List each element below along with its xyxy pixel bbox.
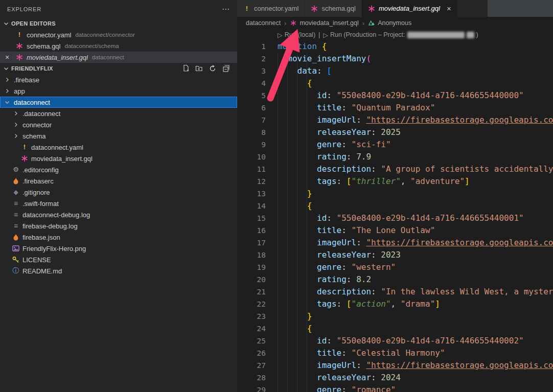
tab[interactable]: moviedata_insert.gql× [362, 0, 457, 17]
code-line[interactable]: movie_insertMany( [278, 53, 553, 65]
line-number: 13 [237, 188, 266, 200]
breadcrumbs: dataconnect › moviedata_insert.gql › Ano… [237, 17, 553, 29]
info-icon: ⓘ [12, 267, 20, 275]
code-line[interactable]: tags: ["action", "drama"] [278, 298, 553, 310]
tree-file[interactable]: ⓘREADME.md [0, 265, 237, 276]
line-number: 27 [237, 359, 266, 372]
tree-file[interactable]: ⚙.editorconfig [0, 164, 237, 175]
code-line[interactable]: data: [ [278, 65, 553, 77]
code-line[interactable]: title: "Quantum Paradox" [278, 102, 553, 114]
tab[interactable]: schema.gql [305, 0, 361, 17]
workspace-section-header[interactable]: FRIENDLYFLIX [0, 63, 237, 74]
code-line[interactable]: rating: 7.9 [278, 151, 553, 163]
tree-file[interactable]: .firebaserc [0, 175, 237, 187]
tree-file[interactable]: moviedata_insert.gql [0, 153, 237, 164]
code-line[interactable]: { [278, 200, 553, 212]
open-editors-section-header[interactable]: OPEN EDITORS [0, 18, 237, 29]
breadcrumb-separator: › [362, 19, 364, 27]
code-line[interactable]: genre: "sci-fi" [278, 139, 553, 151]
code-line[interactable]: id: "550e8400-e29b-41d4-a716-44665544000… [278, 89, 553, 102]
line-number-gutter: 1234567891011121314151617181920212223242… [237, 40, 278, 392]
line-number: 16 [237, 224, 266, 237]
tree-file[interactable]: ≡firebase-debug.log [0, 220, 237, 232]
tree-folder[interactable]: app [0, 85, 237, 97]
line-number: 18 [237, 249, 266, 261]
code-lines[interactable]: mutation { movie_insertMany( data: [ { i… [278, 40, 553, 392]
tab-bar: !connector.yamlschema.gqlmoviedata_inser… [237, 0, 553, 17]
gear-icon: ⚙ [12, 166, 20, 174]
code-line[interactable]: releaseYear: 2025 [278, 126, 553, 139]
code-line[interactable]: releaseYear: 2023 [278, 249, 553, 261]
open-editor-item[interactable]: ×moviedata_insert.gqldataconnect [0, 52, 237, 63]
line-number: 25 [237, 335, 266, 347]
tree-folder[interactable]: schema [0, 130, 237, 142]
code-line[interactable]: title: "Celestial Harmony" [278, 347, 553, 359]
code-line[interactable]: { [278, 322, 553, 335]
more-actions-icon[interactable]: ⋯ [222, 5, 230, 14]
new-file-icon[interactable] [182, 64, 190, 73]
code-line[interactable]: description: "A group of scientists acci… [278, 163, 553, 175]
graphql-icon [367, 5, 376, 13]
code-line[interactable]: genre: "western" [278, 261, 553, 273]
line-number: 9 [237, 139, 266, 151]
open-editor-item[interactable]: schema.gqldataconnect/schema [0, 40, 237, 52]
play-icon: ▷ [323, 31, 328, 39]
codelens: ▷ Run (local) | ▷ Run (Production – Proj… [237, 29, 553, 40]
file-tree: .firebaseappdataconnect.dataconnectconne… [0, 74, 237, 276]
open-editor-item[interactable]: !connector.yamldataconnect/connector [0, 29, 237, 40]
code-line[interactable]: id: "550e8400-e29b-41d4-a716-44665544000… [278, 212, 553, 224]
line-number: 2 [237, 53, 266, 65]
line-number: 24 [237, 322, 266, 335]
code-line[interactable]: genre: "romance" [278, 384, 553, 392]
chevron-down-icon [2, 19, 10, 28]
code-line[interactable]: imageUrl: "https://firebasestorage.googl… [278, 237, 553, 249]
tree-file[interactable]: FriendlyFlix-Hero.png [0, 243, 237, 254]
tree-file[interactable]: ◆.gitignore [0, 187, 237, 198]
tree-file[interactable]: !dataconnect.yaml [0, 142, 237, 153]
line-number: 3 [237, 65, 266, 77]
close-icon[interactable]: × [5, 52, 9, 63]
tree-folder[interactable]: .dataconnect [0, 108, 237, 119]
tree-folder[interactable]: .firebase [0, 74, 237, 85]
line-number: 19 [237, 261, 266, 273]
breadcrumb-file[interactable]: moviedata_insert.gql [290, 19, 358, 27]
tree-folder[interactable]: dataconnect [0, 97, 237, 108]
code-editor: ▷ Run (local) | ▷ Run (Production – Proj… [237, 29, 553, 392]
tree-file[interactable]: ≡dataconnect-debug.log [0, 209, 237, 220]
code-line[interactable]: tags: ["thriller", "adventure"] [278, 175, 553, 188]
line-number: 26 [237, 347, 266, 359]
code-line[interactable]: id: "550e8400-e29b-41d4-a716-44665544000… [278, 335, 553, 347]
image-icon [12, 244, 20, 252]
collapse-all-icon[interactable] [222, 64, 230, 73]
code-line[interactable]: } [278, 188, 553, 200]
tree-file[interactable]: firebase.json [0, 232, 237, 243]
line-number: 7 [237, 114, 266, 126]
code-line[interactable]: title: "The Lone Outlaw" [278, 224, 553, 237]
tab[interactable]: !connector.yaml [237, 0, 305, 17]
open-editors-label: OPEN EDITORS [11, 20, 56, 27]
run-local-button[interactable]: ▷ Run (local) [278, 31, 315, 39]
code-line[interactable]: rating: 8.2 [278, 273, 553, 286]
breadcrumb-symbol[interactable]: Anonymous [368, 19, 411, 27]
code-line[interactable]: } [278, 310, 553, 322]
key-icon [12, 256, 20, 264]
code-line[interactable]: { [278, 77, 553, 89]
breadcrumb-folder[interactable]: dataconnect [246, 19, 281, 27]
chevron-right-icon [12, 109, 20, 118]
code-line[interactable]: description: "In the lawless Wild West, … [278, 286, 553, 298]
chevron-right-icon [12, 121, 20, 129]
editor-group: !connector.yamlschema.gqlmoviedata_inser… [237, 0, 553, 392]
tree-folder[interactable]: connector [0, 119, 237, 130]
new-folder-icon[interactable] [195, 64, 203, 73]
line-number: 28 [237, 372, 266, 384]
code-line[interactable]: imageUrl: "https://firebasestorage.googl… [278, 359, 553, 372]
tree-file[interactable]: LICENSE [0, 254, 237, 265]
refresh-icon[interactable] [209, 64, 217, 73]
code-line[interactable]: imageUrl: "https://firebasestorage.googl… [278, 114, 553, 126]
code-line[interactable]: releaseYear: 2024 [278, 372, 553, 384]
tree-file[interactable]: ≡.swift-format [0, 198, 237, 209]
close-icon[interactable]: × [447, 4, 451, 13]
line-number: 29 [237, 384, 266, 392]
run-production-button[interactable]: ▷ Run (Production – Project: ) [323, 31, 478, 39]
code-line[interactable]: mutation { [278, 40, 553, 53]
